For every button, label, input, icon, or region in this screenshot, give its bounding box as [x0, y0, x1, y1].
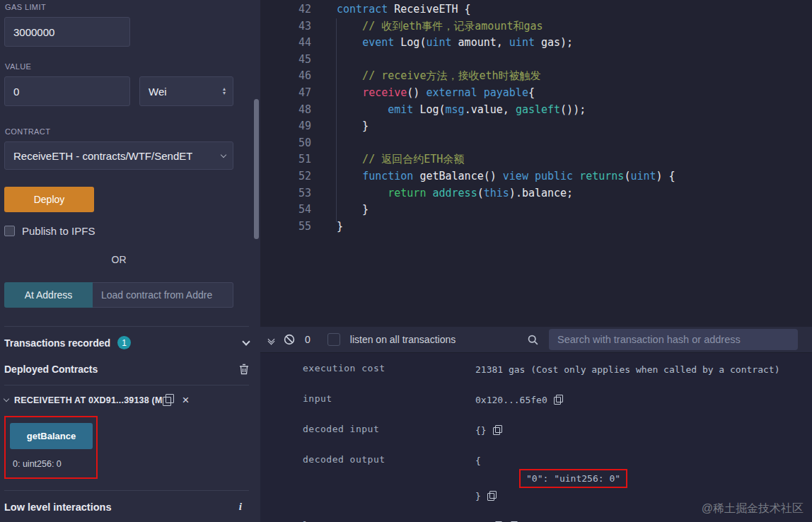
code-text: return address(this).balance;: [337, 185, 573, 202]
terminal-row-label: input: [303, 393, 475, 404]
line-number: 54: [260, 202, 311, 219]
main-area: 42contract ReceiveETH {43 // 收到eth事件，记录a…: [260, 0, 812, 522]
line-number: 49: [260, 118, 311, 135]
at-address-row: At Address: [4, 282, 249, 308]
code-line: 52 function getBalance() view public ret…: [260, 168, 812, 185]
indent-guide: [336, 18, 337, 222]
line-number: 42: [260, 1, 311, 18]
line-number: 53: [260, 185, 311, 202]
terminal-row-value: 21381 gas (Cost only applies when called…: [475, 363, 779, 378]
getbalance-button[interactable]: getBalance: [10, 423, 93, 449]
value-unit-label: Wei: [149, 86, 167, 98]
divider: [4, 385, 249, 385]
gas-limit-label: GAS LIMIT: [5, 3, 249, 11]
chevron-down-icon[interactable]: [4, 396, 9, 402]
transactions-recorded-label: Transactions recorded: [4, 337, 110, 349]
transactions-recorded-row[interactable]: Transactions recorded 1: [4, 326, 249, 349]
or-label: OR: [4, 254, 233, 265]
chevron-down-icon: [221, 151, 226, 157]
line-number: 51: [260, 151, 311, 168]
terminal-search-input[interactable]: [549, 329, 798, 350]
terminal-row: decoded input{}: [303, 424, 812, 439]
stepper-arrows-icon[interactable]: ▴▾: [223, 87, 226, 95]
line-number: 47: [260, 85, 311, 102]
code-line: 43 // 收到eth事件，记录amount和gas: [260, 18, 812, 35]
deployed-contracts-row: Deployed Contracts: [4, 364, 249, 375]
info-icon[interactable]: i: [239, 501, 242, 513]
terminal: 0 listen on all transactions execution c…: [260, 327, 812, 522]
terminal-row: input0x120...65fe0: [303, 393, 812, 408]
value-unit-select[interactable]: Wei ▴▾: [139, 76, 233, 106]
terminal-rows: execution cost21381 gas (Cost only appli…: [260, 353, 812, 522]
terminal-text: 0x120...65fe0: [475, 395, 547, 405]
listen-all-transactions-label: listen on all transactions: [350, 334, 456, 345]
code-line: 48 emit Log(msg.value, gasleft());: [260, 102, 812, 119]
getbalance-highlight-box: getBalance 0: uint256: 0: [4, 416, 98, 479]
code-text: }: [337, 202, 369, 219]
trash-icon[interactable]: [239, 364, 249, 375]
transaction-count: 0: [305, 334, 311, 345]
code-lines: 42contract ReceiveETH {43 // 收到eth事件，记录a…: [260, 1, 812, 235]
line-number: 43: [260, 18, 311, 35]
terminal-row: decoded output{"0": "uint256: 0"}: [303, 454, 812, 504]
terminal-row-label: execution cost: [303, 363, 475, 373]
publish-ipfs-row: Publish to IPFS: [4, 225, 249, 237]
terminal-row-value: {"0": "uint256: 0"}: [475, 454, 627, 504]
decoded-output-highlight: "0": "uint256: 0": [519, 469, 627, 488]
terminal-row-label: decoded output: [303, 454, 475, 465]
copy-icon[interactable]: [554, 395, 563, 405]
remix-ide: GAS LIMIT VALUE Wei ▴▾ CONTRACT ReceiveE…: [0, 0, 812, 522]
line-number: 44: [260, 35, 311, 52]
search-icon: [527, 334, 539, 346]
load-contract-address-input[interactable]: [93, 282, 233, 308]
code-line: 51 // 返回合约ETH余额: [260, 151, 812, 168]
code-text: }: [337, 118, 369, 135]
deployed-contract-name: RECEIVEETH AT 0XD91...39138 (M: [14, 395, 163, 405]
low-level-interactions-label: Low level interactions: [4, 501, 112, 513]
gas-limit-input[interactable]: [4, 17, 130, 47]
line-number: 52: [260, 168, 311, 185]
code-text: contract ReceiveETH {: [337, 1, 471, 18]
copy-icon[interactable]: [487, 491, 497, 501]
code-text: emit Log(msg.value, gasleft());: [337, 102, 586, 119]
expand-terminal-icon[interactable]: [269, 335, 274, 344]
copy-icon[interactable]: [163, 394, 174, 406]
code-line: 49 }: [260, 118, 812, 135]
publish-ipfs-label: Publish to IPFS: [22, 225, 95, 237]
code-editor[interactable]: 42contract ReceiveETH {43 // 收到eth事件，记录a…: [260, 0, 812, 327]
value-label: VALUE: [5, 62, 249, 71]
close-icon[interactable]: ×: [182, 394, 190, 406]
code-line: 42contract ReceiveETH {: [260, 1, 812, 18]
at-address-button[interactable]: At Address: [4, 282, 93, 308]
line-number: 50: [260, 135, 311, 152]
terminal-row: execution cost21381 gas (Cost only appli…: [303, 363, 812, 378]
deploy-button[interactable]: Deploy: [4, 187, 94, 212]
sidebar-scrollbar[interactable]: [254, 99, 259, 239]
terminal-text: }: [475, 491, 481, 501]
code-text: // receive方法，接收eth时被触发: [337, 68, 541, 85]
publish-ipfs-checkbox[interactable]: [4, 226, 15, 236]
getbalance-result: 0: uint256: 0: [10, 459, 96, 469]
code-text: // 收到eth事件，记录amount和gas: [337, 18, 543, 35]
listen-all-transactions-checkbox[interactable]: [327, 333, 340, 346]
clear-console-icon[interactable]: [284, 334, 295, 345]
line-number: 46: [260, 68, 311, 85]
chevron-down-icon[interactable]: [242, 337, 250, 345]
terminal-header: 0 listen on all transactions: [260, 327, 812, 353]
code-line: 47 receive() external payable{: [260, 85, 812, 102]
line-number: 48: [260, 102, 311, 119]
value-row: Wei ▴▾: [4, 71, 249, 106]
code-text: // 返回合约ETH余额: [337, 151, 464, 168]
deployed-contract-item[interactable]: RECEIVEETH AT 0XD91...39138 (M ×: [4, 394, 249, 406]
transactions-count-badge: 1: [117, 336, 131, 349]
terminal-row-value: {}: [475, 424, 502, 439]
contract-label: CONTRACT: [5, 127, 249, 136]
code-line: 54 }: [260, 202, 812, 219]
deployed-contracts-label: Deployed Contracts: [4, 364, 98, 375]
code-text: receive() external payable{: [337, 85, 535, 102]
contract-select[interactable]: ReceiveETH - contracts/WTF/SendET: [4, 141, 233, 170]
value-input[interactable]: [4, 76, 130, 106]
terminal-text: 21381 gas (Cost only applies when called…: [475, 364, 779, 375]
terminal-text: {: [475, 456, 481, 466]
copy-icon[interactable]: [493, 425, 502, 435]
